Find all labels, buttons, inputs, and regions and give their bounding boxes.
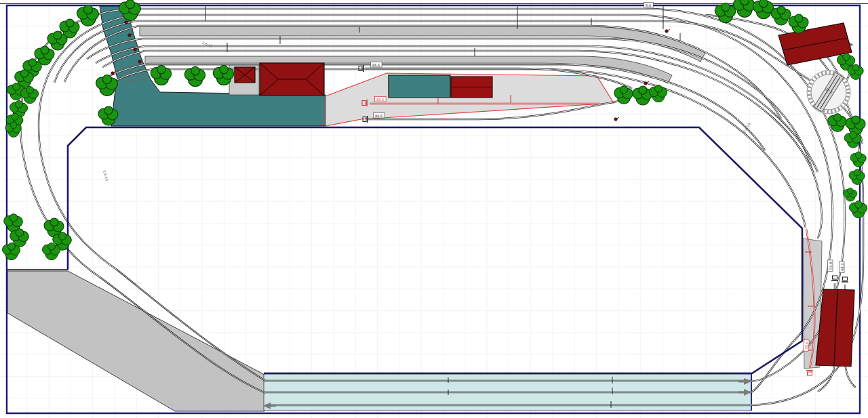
measure-label-text: 79.4: [804, 341, 809, 350]
measure-label: 86.6: [375, 97, 387, 102]
measure-label-text: 48.3: [840, 264, 844, 271]
small-outbuilding[interactable]: [235, 67, 255, 83]
measure-label: 51.8: [828, 260, 833, 272]
track-plan-canvas[interactable]: 86.686.686.66.451.848.379.423.02.6-152.6…: [0, 0, 868, 418]
measure-label: 86.6: [371, 62, 382, 68]
measure-label-text: 86.6: [375, 114, 382, 118]
measure-label-text: 6.4: [646, 3, 651, 7]
measure-label-text: 51.8: [829, 262, 833, 270]
goods-shed-teal[interactable]: [389, 75, 450, 98]
goods-shed-red[interactable]: [451, 77, 492, 98]
measure-label: 48.3: [840, 262, 845, 273]
station-building[interactable]: [260, 63, 324, 96]
measure-label-text: 86.6: [376, 98, 384, 102]
measure-label: 79.4: [803, 339, 809, 351]
measure-label-text: 86.6: [372, 63, 380, 67]
measure-label: 86.6: [374, 113, 385, 119]
measure-label: 6.4: [644, 3, 654, 8]
track-plan-drawing: 86.686.686.66.451.848.379.423.02.6-152.6…: [0, 0, 868, 418]
